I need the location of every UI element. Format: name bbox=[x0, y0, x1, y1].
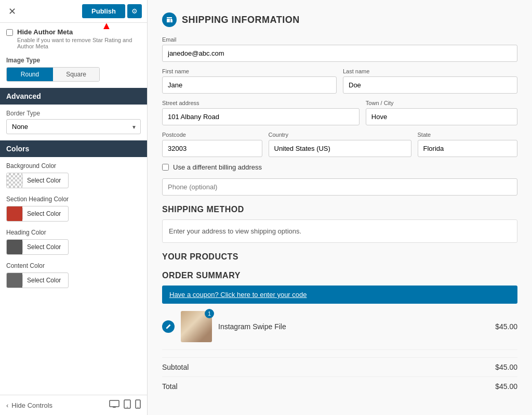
gear-button[interactable]: ⚙ bbox=[127, 4, 142, 18]
subtotal-label: Subtotal bbox=[162, 363, 189, 371]
order-totals: Subtotal $45.00 Total $45.00 bbox=[162, 357, 517, 396]
section-heading-color-btn-label: Select Color bbox=[22, 208, 65, 219]
hide-author-meta-label: Hide Author Meta bbox=[17, 28, 141, 36]
section-heading-color-picker[interactable]: Select Color bbox=[6, 206, 69, 222]
svg-point-4 bbox=[127, 407, 128, 408]
state-input[interactable] bbox=[418, 140, 518, 157]
image-type-round[interactable]: Round bbox=[7, 68, 53, 81]
postcode-input[interactable] bbox=[162, 140, 262, 157]
hide-controls-label: Hide Controls bbox=[11, 401, 52, 409]
shipping-method-title: SHIPPING METHOD bbox=[162, 205, 517, 214]
billing-label[interactable]: Use a different billing address bbox=[173, 163, 262, 171]
hide-author-meta-option[interactable]: Hide Author Meta Enable if you want to r… bbox=[6, 28, 141, 49]
image-type-toggle[interactable]: Round Square bbox=[6, 67, 100, 82]
subtotal-value: $45.00 bbox=[495, 363, 517, 371]
coupon-bar[interactable]: Have a coupon? Click here to enter your … bbox=[162, 286, 517, 304]
bg-color-picker[interactable]: Select Color bbox=[6, 173, 69, 188]
state-label: State bbox=[418, 132, 518, 138]
email-label: Email bbox=[162, 36, 517, 43]
street-address-label: Street address bbox=[162, 100, 360, 106]
heading-color-btn-label: Select Color bbox=[22, 241, 65, 253]
image-type-square[interactable]: Square bbox=[53, 68, 99, 81]
hide-author-meta-checkbox[interactable] bbox=[6, 29, 13, 36]
order-summary-title: ORDER SUMMARY bbox=[162, 271, 517, 280]
first-name-label: First name bbox=[162, 68, 337, 74]
section-heading-color-label: Section Heading Color bbox=[6, 196, 141, 203]
total-value: $45.00 bbox=[495, 382, 517, 391]
last-name-input[interactable] bbox=[343, 76, 517, 94]
shipping-info-title: SHIPPING INFORMATION bbox=[182, 15, 300, 25]
city-label: Town / City bbox=[366, 100, 517, 106]
publish-button[interactable]: Publish bbox=[82, 4, 125, 18]
shipping-method-placeholder: Enter your address to view shipping opti… bbox=[162, 219, 517, 243]
hide-author-meta-sub: Enable if you want to remove Star Rating… bbox=[17, 37, 141, 49]
content-color-btn-label: Select Color bbox=[22, 275, 65, 286]
chevron-left-icon: ‹ bbox=[6, 401, 8, 409]
border-type-select[interactable]: None Solid Dashed Dotted bbox=[6, 119, 141, 134]
svg-point-6 bbox=[138, 407, 138, 407]
colors-section-header: Colors bbox=[0, 140, 147, 157]
advanced-section-header: Advanced bbox=[0, 88, 147, 105]
city-input[interactable] bbox=[366, 108, 517, 125]
product-name: Instagram Swipe File bbox=[218, 322, 489, 331]
product-quantity-badge: 1 bbox=[205, 309, 214, 318]
street-address-input[interactable] bbox=[162, 108, 360, 125]
image-type-label: Image Type bbox=[6, 57, 141, 64]
shipping-icon bbox=[162, 12, 177, 27]
billing-checkbox[interactable] bbox=[162, 164, 169, 171]
bg-color-btn-label: Select Color bbox=[22, 175, 65, 186]
product-thumbnail-wrapper: 1 bbox=[181, 311, 212, 342]
svg-rect-0 bbox=[110, 400, 119, 407]
first-name-input[interactable] bbox=[162, 76, 337, 94]
bg-color-label: Background Color bbox=[6, 162, 141, 170]
desktop-view-button[interactable] bbox=[109, 399, 119, 411]
product-price: $45.00 bbox=[495, 322, 517, 331]
shipping-info-section-title: SHIPPING INFORMATION bbox=[162, 12, 517, 27]
phone-input[interactable] bbox=[162, 178, 517, 196]
section-heading-color-swatch bbox=[7, 206, 22, 221]
heading-color-picker[interactable]: Select Color bbox=[6, 239, 69, 255]
email-input[interactable] bbox=[162, 45, 517, 62]
total-label: Total bbox=[162, 382, 178, 391]
content-color-swatch bbox=[7, 273, 22, 288]
product-edit-icon bbox=[162, 320, 175, 333]
country-label: Country bbox=[269, 132, 411, 138]
content-color-label: Content Color bbox=[6, 262, 141, 269]
bg-color-swatch bbox=[7, 173, 22, 188]
last-name-label: Last name bbox=[343, 68, 517, 74]
close-button[interactable]: ✕ bbox=[5, 5, 19, 18]
border-type-label: Border Type bbox=[6, 110, 141, 117]
tablet-view-button[interactable] bbox=[124, 399, 131, 411]
mobile-view-button[interactable] bbox=[135, 399, 141, 411]
heading-color-swatch bbox=[7, 240, 22, 254]
country-input[interactable] bbox=[269, 140, 411, 157]
content-color-picker[interactable]: Select Color bbox=[6, 273, 69, 288]
your-products-title: YOUR PRODUCTS bbox=[162, 252, 517, 262]
postcode-label: Postcode bbox=[162, 132, 262, 138]
heading-color-label: Heading Color bbox=[6, 229, 141, 236]
hide-controls-button[interactable]: ‹ Hide Controls bbox=[6, 401, 52, 409]
